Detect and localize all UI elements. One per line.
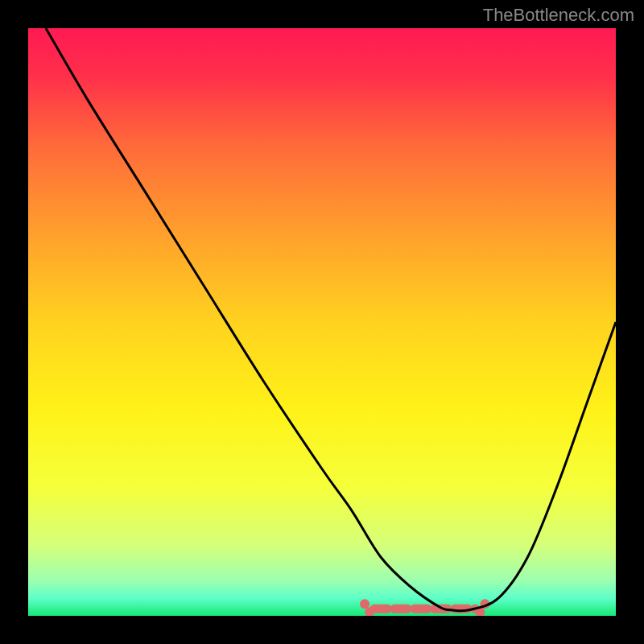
bottleneck-curve <box>46 28 616 611</box>
chart-container: TheBottleneck.com <box>0 0 644 644</box>
curve-layer <box>28 28 616 616</box>
plot-area <box>28 28 616 616</box>
svg-point-2 <box>360 599 369 609</box>
optimal-zone-marker <box>360 599 489 616</box>
watermark-text: TheBottleneck.com <box>483 5 634 26</box>
